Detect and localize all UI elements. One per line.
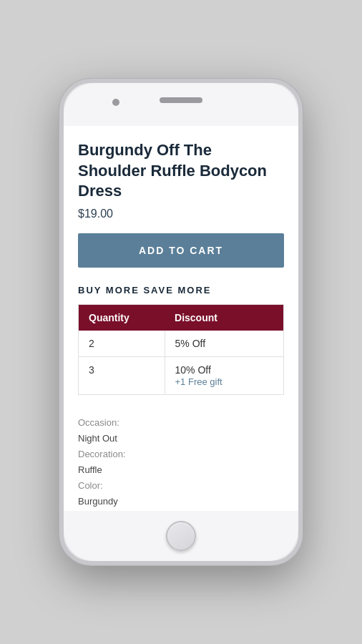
quantity-header: Quantity bbox=[79, 304, 165, 331]
speaker-icon bbox=[160, 97, 202, 103]
occasion-label: Occasion: bbox=[78, 417, 119, 428]
decoration-value-row: Ruffle bbox=[78, 462, 284, 478]
discount-header: Discount bbox=[165, 304, 283, 331]
table-row: 3 10% Off +1 Free gift bbox=[79, 356, 284, 394]
occasion-row: Occasion: bbox=[78, 415, 284, 431]
decoration-label: Decoration: bbox=[78, 449, 125, 459]
quantity-cell-2: 3 bbox=[79, 356, 165, 394]
decoration-value: Ruffle bbox=[78, 464, 102, 475]
decoration-row: Decoration: bbox=[78, 447, 284, 462]
discount-cell-2: 10% Off +1 Free gift bbox=[165, 356, 283, 394]
discount-table: Quantity Discount 2 5% Off 3 10% Off +1 … bbox=[78, 304, 284, 395]
phone-frame: Burgundy Off The Shoulder Ruffle Bodycon… bbox=[59, 79, 303, 565]
camera-icon bbox=[112, 99, 119, 106]
buy-more-section: BUY MORE SAVE MORE Quantity Discount 2 5… bbox=[78, 285, 284, 395]
color-row: Color: bbox=[78, 478, 284, 494]
product-details: Occasion: Night Out Decoration: Ruffle C… bbox=[78, 415, 284, 511]
table-row: 2 5% Off bbox=[79, 331, 284, 357]
phone-bottom-bar bbox=[64, 511, 298, 561]
occasion-value-row: Night Out bbox=[78, 431, 284, 447]
discount-cell-1: 5% Off bbox=[165, 331, 283, 357]
product-price: $19.00 bbox=[78, 208, 284, 220]
buy-more-title: BUY MORE SAVE MORE bbox=[78, 285, 284, 296]
add-to-cart-button[interactable]: ADD TO CART bbox=[78, 233, 284, 268]
color-value-row: Burgundy bbox=[78, 494, 284, 509]
quantity-cell-1: 2 bbox=[79, 331, 165, 357]
discount-value-2: 10% Off bbox=[175, 364, 211, 376]
home-button[interactable] bbox=[166, 521, 196, 551]
product-title: Burgundy Off The Shoulder Ruffle Bodycon… bbox=[78, 140, 284, 202]
color-value: Burgundy bbox=[78, 496, 118, 507]
phone-screen: Burgundy Off The Shoulder Ruffle Bodycon… bbox=[64, 126, 298, 511]
occasion-value: Night Out bbox=[78, 433, 117, 444]
free-gift-label: +1 Free gift bbox=[175, 376, 222, 387]
color-label: Color: bbox=[78, 480, 103, 491]
table-header-row: Quantity Discount bbox=[79, 304, 284, 331]
phone-top-bar bbox=[64, 83, 298, 126]
